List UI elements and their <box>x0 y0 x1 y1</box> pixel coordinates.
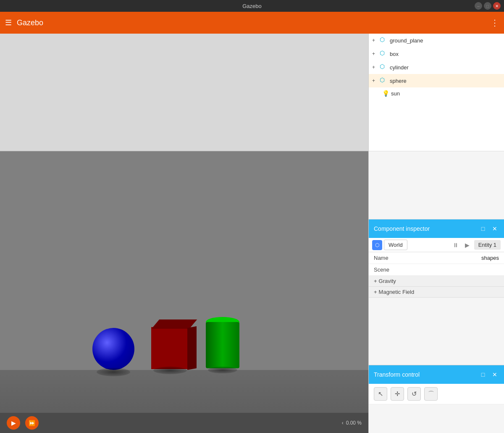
tree-item-box[interactable]: + box <box>369 47 504 61</box>
undo-button[interactable]: ⌒ <box>424 387 438 401</box>
component-inspector-close[interactable]: ✕ <box>491 224 499 233</box>
ci-magnetic-field-section[interactable]: + Magnetic Field <box>369 287 504 298</box>
box-shadow <box>153 367 187 374</box>
undo-icon: ⌒ <box>428 390 434 398</box>
pause-icon[interactable]: ⏸ <box>451 240 461 250</box>
entity-icon <box>380 77 388 85</box>
viewport-3d[interactable]: ▶ ⏩ ‹ 0.00 % <box>0 151 368 433</box>
sphere-object <box>92 328 134 370</box>
main-area: ▶ ⏩ ‹ 0.00 % + ground_plane <box>0 34 504 433</box>
world-cube-icon: ⬡ <box>372 240 382 250</box>
tree-item-sphere[interactable]: + sphere <box>369 74 504 87</box>
play-button[interactable]: ▶ <box>7 416 20 430</box>
entity-label: sun <box>391 90 501 97</box>
close-window-button[interactable]: ✕ <box>493 2 501 10</box>
window-title: Gazebo <box>242 3 262 9</box>
transform-control-title: Transform control <box>374 371 475 378</box>
scene-shapes <box>92 322 239 370</box>
gravity-label: Gravity <box>379 278 396 284</box>
component-inspector-header: Component inspector □ ✕ <box>369 219 504 238</box>
entity-label: sphere <box>390 78 501 84</box>
box-front-face <box>151 327 189 369</box>
zoom-value: 0.00 % <box>346 420 362 426</box>
cylinder-shadow <box>208 367 237 373</box>
minimize-button[interactable]: – <box>475 2 482 10</box>
cylinder-object <box>206 322 239 368</box>
ci-filler <box>369 298 504 365</box>
ci-gravity-section[interactable]: + Gravity <box>369 276 504 287</box>
translate-button[interactable]: ✛ <box>391 387 404 401</box>
header-menu-button[interactable]: ⋮ <box>491 18 499 28</box>
viewport-top-area <box>0 34 368 151</box>
window-controls: – □ ✕ <box>475 2 501 10</box>
light-icon <box>382 90 389 97</box>
ci-scene-row: Scene <box>369 264 504 276</box>
fast-forward-icon: ⏩ <box>29 420 35 426</box>
cylinder-mesh <box>206 322 239 368</box>
component-inspector-minimize[interactable]: □ <box>479 224 487 233</box>
expand-icon[interactable]: + <box>372 37 378 43</box>
ci-scene-label: Scene <box>374 267 499 273</box>
sphere-shadow <box>97 368 130 376</box>
transform-toolbar: ↖ ✛ ↺ ⌒ <box>369 384 504 404</box>
hamburger-menu-button[interactable]: ☰ <box>5 18 12 27</box>
magnetic-label: Magnetic Field <box>379 289 415 295</box>
entity-icon <box>380 50 388 58</box>
playback-controls: ▶ ⏩ ‹ 0.00 % <box>0 413 368 433</box>
right-panel: + ground_plane + box + cylinder + sphere <box>368 34 504 433</box>
component-inspector: Component inspector □ ✕ ⬡ World ⏸ ▶ Enti… <box>369 219 504 365</box>
box-mesh <box>151 327 189 369</box>
cylinder-body <box>206 322 239 368</box>
transform-control-close[interactable]: ✕ <box>491 370 499 379</box>
tree-item-cylinder[interactable]: + cylinder <box>369 61 504 74</box>
magnetic-expand-icon: + <box>374 289 377 295</box>
ci-name-value: shapes <box>481 255 499 261</box>
sphere-mesh <box>92 328 134 370</box>
component-inspector-title: Component inspector <box>374 225 475 232</box>
header-left: ☰ Gazebo <box>5 18 43 27</box>
entity-label: cylinder <box>390 64 501 71</box>
fast-forward-button[interactable]: ⏩ <box>25 416 39 430</box>
select-mode-button[interactable]: ↖ <box>374 387 387 401</box>
play-icon: ▶ <box>11 420 16 426</box>
app-title: Gazebo <box>17 18 43 27</box>
box-side-face <box>187 326 197 370</box>
tab-world[interactable]: World <box>384 240 407 250</box>
transform-control-header: Transform control □ ✕ <box>369 365 504 384</box>
maximize-button[interactable]: □ <box>484 2 491 10</box>
zoom-arrow-icon: ‹ <box>342 420 344 426</box>
rotate-button[interactable]: ↺ <box>407 387 421 401</box>
entity-label: ground_plane <box>390 37 501 44</box>
ci-name-row: Name shapes <box>369 252 504 264</box>
zoom-indicator: ‹ 0.00 % <box>342 420 362 426</box>
ci-name-label: Name <box>374 255 481 261</box>
tree-spacer <box>369 151 504 219</box>
entity-icon <box>380 63 388 71</box>
expand-icon[interactable]: + <box>372 64 378 70</box>
entity-icon <box>380 36 388 45</box>
play-small-icon[interactable]: ▶ <box>462 240 472 250</box>
transform-control-minimize[interactable]: □ <box>479 370 487 379</box>
app-header: ☰ Gazebo ⋮ <box>0 12 504 34</box>
transform-control: Transform control □ ✕ ↖ ✛ ↺ ⌒ <box>369 365 504 433</box>
viewport: ▶ ⏩ ‹ 0.00 % <box>0 34 368 433</box>
translate-icon: ✛ <box>395 390 400 398</box>
rotate-icon: ↺ <box>412 390 417 398</box>
expand-icon[interactable]: + <box>372 51 378 57</box>
title-bar: Gazebo – □ ✕ <box>0 0 504 12</box>
tab-entity[interactable]: Entity 1 <box>474 240 501 250</box>
box-object <box>151 327 189 369</box>
expand-icon[interactable]: + <box>372 78 378 84</box>
entity-tree: + ground_plane + box + cylinder + sphere <box>369 34 504 151</box>
entity-label: box <box>390 51 501 57</box>
cursor-icon: ↖ <box>378 390 383 398</box>
gravity-expand-icon: + <box>374 278 377 284</box>
component-inspector-tabs: ⬡ World ⏸ ▶ Entity 1 <box>369 238 504 252</box>
tree-item-ground-plane[interactable]: + ground_plane <box>369 34 504 47</box>
tree-item-sun[interactable]: sun <box>369 87 504 99</box>
